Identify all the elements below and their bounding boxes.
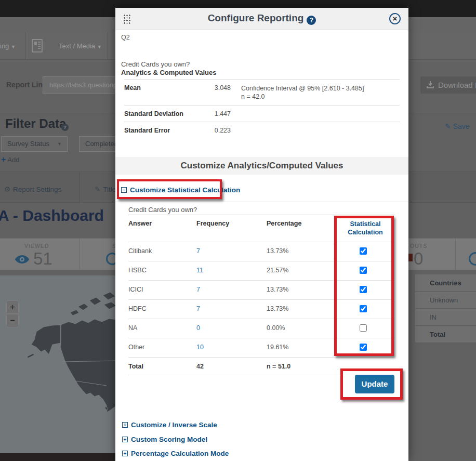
question-code: Q2	[121, 34, 130, 41]
app-root: ing ▼ Text / Media ▼ Report Link https:/…	[0, 0, 476, 461]
pencil-icon: ✎	[95, 186, 100, 193]
countries-table: Countries Unknown IN Total	[415, 274, 476, 343]
mean-confidence: Confidence Interval @ 95% [2.610 - 3.485…	[241, 84, 364, 101]
help-icon[interactable]: ?	[61, 124, 69, 131]
table-row[interactable]: Unknown	[415, 292, 476, 309]
gear-icon: ⚙	[4, 186, 10, 193]
total-frequency: 42	[196, 358, 267, 375]
filter-data-title: Filter Data	[5, 116, 66, 131]
table-row: Standard Error 0.223	[124, 122, 400, 138]
expand-icon[interactable]: +	[122, 422, 128, 428]
viewed-value: 51	[33, 249, 52, 269]
answer-cell: NA	[128, 319, 196, 338]
dashboard-title: A - Dashboard	[0, 207, 104, 225]
table-question-text: Credit Cards you own?	[128, 206, 197, 214]
add-filter-button[interactable]: +Add	[1, 155, 19, 164]
annotation-box-update-button	[340, 368, 403, 400]
map-zoom-in-button[interactable]: +	[6, 300, 19, 314]
caret-down-icon: ▼	[97, 44, 102, 49]
modal-header: Configure Reporting? ×	[115, 8, 408, 30]
col-percentage: Percentage	[267, 215, 336, 242]
mean-value: 3.048	[210, 84, 231, 101]
toolbar-item-text-media[interactable]: Text / Media ▼	[59, 42, 102, 50]
percentage-cell: 13.73%	[267, 300, 336, 319]
frequency-link[interactable]: 0	[196, 324, 200, 332]
question-text: Credit Cards you own?	[121, 60, 190, 68]
dropouts-label: OUTS	[410, 243, 427, 249]
percentage-cell: 0.00%	[267, 319, 336, 338]
percentage-cell: 13.73%	[267, 281, 336, 299]
caret-down-icon: ▼	[57, 137, 62, 151]
save-link[interactable]: ✎ Save	[445, 122, 470, 130]
countries-header: Countries	[415, 274, 476, 292]
download-icon	[427, 81, 434, 88]
pencil-icon: ✎	[445, 122, 451, 130]
col-frequency: Frequency	[196, 215, 267, 242]
tab-divider	[79, 172, 80, 203]
customize-inverse-scale-link[interactable]: +Customize / Inverse Scale	[122, 421, 217, 429]
se-value: 0.223	[210, 127, 231, 134]
help-icon[interactable]: ?	[307, 16, 316, 25]
world-map[interactable]: + −	[0, 275, 120, 453]
time-icon	[469, 252, 476, 266]
toolbar-divider	[25, 32, 25, 60]
divider	[115, 202, 408, 202]
percentage-cell: 13.73%	[267, 242, 336, 261]
answer-cell: HDFC	[128, 300, 196, 319]
dropouts-value: 0	[414, 249, 423, 269]
map-zoom-out-button[interactable]: −	[6, 314, 19, 327]
frequency-link[interactable]: 7	[196, 286, 200, 293]
report-link-label: Report Link	[6, 81, 47, 89]
countries-total-row: Total	[415, 326, 476, 343]
map-footer-bar	[0, 453, 115, 461]
total-n: n = 51.0	[267, 358, 336, 375]
answer-cell: Citibank	[128, 242, 196, 261]
col-answer: Answer	[128, 215, 196, 242]
total-label: Total	[128, 358, 196, 375]
plus-icon: +	[1, 155, 6, 164]
expand-icon[interactable]: +	[122, 451, 128, 456]
viewed-label: VIEWED	[24, 243, 49, 249]
custom-scoring-model-link[interactable]: +Custom Scoring Model	[122, 436, 207, 443]
analytics-table: Mean 3.048 Confidence Interval @ 95% [2.…	[124, 79, 400, 138]
mean-label: Mean	[124, 84, 210, 101]
table-row[interactable]: IN	[415, 309, 476, 326]
download-data-button[interactable]: Download Da	[420, 76, 476, 94]
modal-title: Configure Reporting?	[115, 12, 408, 25]
annotation-box-stat-calc-link	[117, 179, 222, 199]
customize-heading: Customize Analytics/Computed Values	[115, 157, 408, 175]
close-icon[interactable]: ×	[389, 13, 401, 24]
table-row: Standard Deviation 1.447	[124, 105, 400, 122]
expand-icon[interactable]: +	[122, 437, 128, 442]
answer-cell: ICICI	[128, 281, 196, 299]
tab-report-settings[interactable]: ⚙Report Settings	[4, 185, 61, 193]
se-label: Standard Error	[124, 127, 210, 134]
percentage-cell: 19.61%	[267, 338, 336, 357]
stat-divider	[455, 239, 456, 271]
sd-label: Standard Deviation	[124, 110, 210, 117]
table-row: Mean 3.048 Confidence Interval @ 95% [2.…	[124, 79, 400, 105]
caret-down-icon: ▼	[11, 44, 16, 49]
frequency-link[interactable]: 7	[196, 305, 200, 312]
annotation-box-checkbox-column	[334, 216, 394, 356]
eye-icon	[14, 254, 30, 265]
toolbar-divider	[108, 32, 108, 60]
frequency-link[interactable]: 7	[196, 247, 200, 255]
frequency-link[interactable]: 11	[196, 267, 203, 274]
percentage-calculation-mode-link[interactable]: +Percentage Calculation Mode	[122, 450, 229, 457]
survey-status-dropdown[interactable]: Survey Status ▼	[1, 136, 68, 152]
analytics-heading: Analytics & Computed Values	[121, 69, 217, 76]
text-media-icon	[32, 39, 43, 52]
percentage-cell: 21.57%	[267, 261, 336, 280]
answer-cell: Other	[128, 338, 196, 357]
sd-value: 1.447	[210, 110, 231, 117]
answer-cell: HSBC	[128, 261, 196, 280]
stat-divider	[79, 239, 80, 271]
frequency-link[interactable]: 10	[196, 344, 204, 351]
toolbar-item-partial[interactable]: ing ▼	[0, 42, 16, 50]
